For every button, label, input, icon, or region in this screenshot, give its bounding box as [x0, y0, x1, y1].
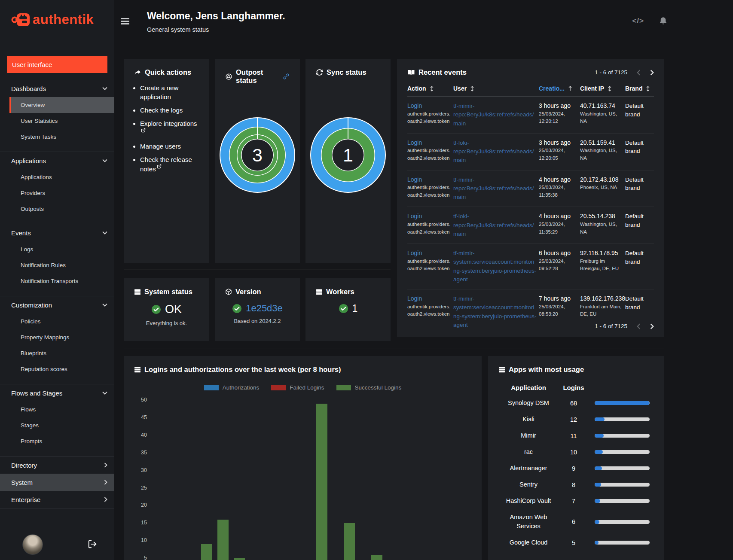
app-usage-bar	[595, 541, 650, 545]
external-link-icon	[157, 164, 162, 169]
event-user-link[interactable]: tf-loki-repo:BeryJu/k8s:ref:refs/heads/m…	[453, 140, 534, 164]
sidebar-section-directory[interactable]: Directory	[0, 457, 114, 474]
event-action-detail: authentik.providers.oauth2.views.token	[407, 110, 452, 126]
event-timestamp: 25/03/2024, 11:35:29	[539, 221, 578, 236]
event-action-detail: authentik.providers.oauth2.views.token	[407, 258, 452, 273]
sidebar-section-applications[interactable]: Applications	[0, 152, 114, 169]
app-logins: 9	[559, 465, 589, 472]
pagination-prev-icon[interactable]	[637, 323, 641, 329]
quick-action-manage-users[interactable]: Manage users	[140, 142, 201, 151]
apps-usage-table: Application Logins Synology DSM 68 Kiali…	[488, 384, 664, 547]
event-action-link[interactable]: Login	[407, 295, 422, 302]
event-time-relative: 3 hours ago	[539, 102, 578, 110]
sidebar-item-applications[interactable]: Applications	[9, 169, 114, 185]
sidebar-item-policies[interactable]: Policies	[9, 313, 114, 329]
server-icon	[316, 289, 323, 295]
quick-action-check-logs[interactable]: Check the logs	[140, 106, 201, 115]
nav-section-flows-stages: Flows and Stages Flows Stages Prompts	[0, 384, 114, 457]
event-user-link[interactable]: tf-mimir-system:serviceaccount:monitorin…	[453, 295, 537, 328]
sidebar-item-stages[interactable]: Stages	[9, 417, 114, 433]
legend-failed-logins: Failed Logins	[271, 384, 324, 391]
legend-successful-logins: Successful Logins	[336, 384, 402, 391]
app-name: rac	[498, 447, 559, 457]
app-usage-bar	[595, 520, 650, 524]
sync-count: 1	[343, 145, 353, 165]
column-header-user[interactable]: User	[453, 85, 537, 92]
app-logins: 11	[559, 432, 589, 439]
user-interface-button[interactable]: User interface	[7, 56, 107, 73]
app-logins: 68	[559, 400, 589, 407]
quick-action-explore-integrations[interactable]: Explore integrations	[140, 119, 201, 137]
user-avatar[interactable]	[22, 534, 43, 555]
events-pagination-top: 1 - 6 of 7125	[595, 69, 654, 76]
sync-icon	[316, 69, 323, 76]
sidebar-section-dashboards[interactable]: Dashboards	[0, 80, 114, 97]
event-action-detail: authentik.providers.oauth2.views.token	[407, 184, 452, 199]
event-client-ip: 139.162.176.238	[580, 295, 623, 303]
sidebar-item-providers[interactable]: Providers	[9, 185, 114, 201]
sidebar-item-system-tasks[interactable]: System Tasks	[9, 129, 114, 145]
chevron-right-icon	[104, 497, 107, 502]
sort-up-icon	[568, 85, 572, 92]
column-header-creation[interactable]: Creatio...	[539, 85, 578, 92]
y-tick-label: 30	[141, 467, 147, 473]
sidebar-section-customization[interactable]: Customization	[0, 296, 114, 313]
event-brand: Default brand	[625, 212, 654, 238]
app-usage-bar	[595, 434, 650, 438]
chevron-down-icon	[102, 303, 107, 307]
event-user-link[interactable]: tf-mimir-system:serviceaccount:monitorin…	[453, 250, 537, 283]
column-header-brand[interactable]: Brand	[625, 85, 654, 92]
sort-icon	[470, 85, 474, 92]
logout-icon[interactable]	[88, 539, 97, 549]
app-name: Mimir	[498, 431, 559, 440]
column-header-action[interactable]: Action	[407, 85, 452, 92]
sidebar-item-overview[interactable]: Overview	[9, 97, 114, 113]
event-client-ip: 20.55.14.238	[580, 212, 623, 221]
y-tick-label: 15	[141, 520, 147, 526]
pagination-prev-icon[interactable]	[637, 70, 641, 76]
link-icon[interactable]	[283, 73, 290, 80]
event-user-link[interactable]: tf-loki-repo:BeryJu/k8s:ref:refs/heads/m…	[453, 213, 534, 237]
pagination-next-icon[interactable]	[650, 70, 654, 76]
sidebar-section-enterprise[interactable]: Enterprise	[0, 491, 114, 508]
y-tick-label: 40	[141, 432, 147, 438]
sidebar-item-prompts[interactable]: Prompts	[9, 433, 114, 449]
event-action-link[interactable]: Login	[407, 176, 422, 183]
event-user-link[interactable]: tf-mimir-repo:BeryJu/k8s:ref:refs/heads/…	[453, 177, 534, 201]
sidebar-section-system[interactable]: System	[0, 474, 114, 491]
sidebar-item-logs[interactable]: Logs	[9, 241, 114, 257]
sidebar-item-blueprints[interactable]: Blueprints	[9, 345, 114, 361]
logo-wordmark: authentik	[33, 12, 94, 27]
sidebar-section-events[interactable]: Events	[0, 224, 114, 241]
event-action-link[interactable]: Login	[407, 139, 422, 146]
app-logins: 10	[559, 449, 589, 456]
sidebar-item-flows[interactable]: Flows	[9, 402, 114, 417]
sidebar-item-user-statistics[interactable]: User Statistics	[9, 113, 114, 129]
event-action-link[interactable]: Login	[407, 102, 422, 109]
sidebar-item-outposts[interactable]: Outposts	[9, 201, 114, 217]
app-name: Google Cloud	[498, 538, 559, 547]
event-action-link[interactable]: Login	[407, 213, 422, 219]
version-link[interactable]: 1e25d3e	[246, 303, 283, 314]
workers-card: Workers 1	[305, 278, 391, 341]
column-header-client-ip[interactable]: Client IP	[580, 85, 623, 92]
notifications-bell-icon[interactable]	[659, 16, 668, 26]
sidebar-item-notification-transports[interactable]: Notification Transports	[9, 273, 114, 289]
api-code-icon[interactable]: </>	[632, 17, 644, 25]
event-action-link[interactable]: Login	[407, 250, 422, 256]
event-user-link[interactable]: tf-mimir-repo:BeryJu/k8s:ref:refs/heads/…	[453, 103, 534, 127]
menu-toggle-icon[interactable]	[121, 18, 129, 26]
app-logins: 5	[559, 539, 589, 546]
version-card: Version 1e25d3e Based on 2024.2.2	[215, 278, 300, 341]
sidebar-item-notification-rules[interactable]: Notification Rules	[9, 257, 114, 273]
pagination-next-icon[interactable]	[650, 323, 654, 329]
event-time-relative: 4 hours ago	[539, 212, 578, 221]
quick-action-release-notes[interactable]: Check the release notes	[140, 155, 201, 173]
sidebar-item-property-mappings[interactable]: Property Mappings	[9, 329, 114, 345]
sidebar-section-flows-and-stages[interactable]: Flows and Stages	[0, 384, 114, 402]
sidebar-item-reputation-scores[interactable]: Reputation scores	[9, 361, 114, 377]
nav-section-customization: Customization Policies Property Mappings…	[0, 296, 114, 384]
event-timestamp: 25/03/2024, 11:35:38	[539, 184, 578, 199]
event-row: Loginauthentik.providers.oauth2.views.to…	[407, 207, 654, 244]
quick-action-create-application[interactable]: Create a new application	[140, 83, 201, 101]
